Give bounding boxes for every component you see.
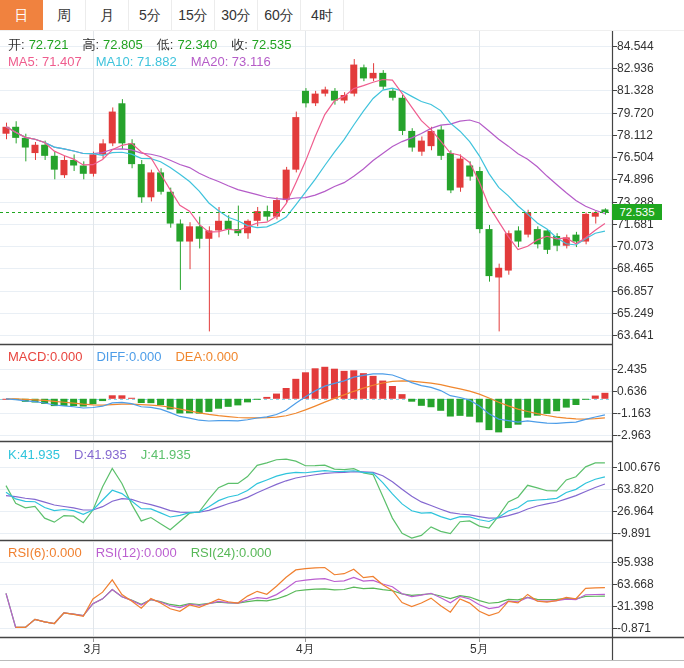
axis-label: 63.641 (617, 328, 683, 342)
low-label: 低: (157, 37, 174, 52)
axis-label: 26.964 (617, 504, 683, 518)
axis-label: 70.073 (617, 239, 683, 253)
ma5-value: MA5: 71.407 (8, 54, 82, 69)
axis-label: -1.163 (617, 406, 683, 420)
j-value: J:41.935 (141, 447, 191, 462)
x-axis-label: 3月 (84, 641, 103, 658)
macd-readout: MACD:0.000DIFF:0.000DEA:0.000 (8, 349, 242, 364)
axis-label: 66.857 (617, 284, 683, 298)
axis-label: 0.636 (617, 384, 683, 398)
tab-5min[interactable]: 5分 (129, 0, 172, 30)
tab-15min[interactable]: 15分 (172, 0, 215, 30)
ma-readout: MA5: 71.407MA10: 71.882MA20: 73.116 (8, 54, 275, 69)
kdj-readout: K:41.935D:41.935J:41.935 (8, 447, 195, 462)
axis-label: -9.891 (617, 526, 683, 540)
axis-label: 78.112 (617, 128, 683, 142)
ohlc-readout: 开:72.721高:72.805低:72.340收:72.535 (8, 36, 296, 54)
axis-label: 2.435 (617, 362, 683, 376)
axis-label: 95.938 (617, 555, 683, 569)
axis-label: 63.820 (617, 482, 683, 496)
rsi-readout: RSI(6):0.000RSI(12):0.000RSI(24):0.000 (8, 545, 276, 560)
axis-label: 65.249 (617, 306, 683, 320)
chart-canvas[interactable] (0, 0, 684, 668)
axis-label: 74.896 (617, 172, 683, 186)
close-value: 72.535 (252, 37, 292, 52)
dea-value: DEA:0.000 (175, 349, 238, 364)
axis-label: -0.871 (617, 621, 683, 635)
tab-month[interactable]: 月 (86, 0, 129, 30)
axis-label: 84.544 (617, 39, 683, 53)
open-value: 72.721 (29, 37, 69, 52)
rsi24-value: RSI(24):0.000 (191, 545, 272, 560)
axis-label: 79.720 (617, 106, 683, 120)
x-axis-label: 5月 (470, 641, 489, 658)
axis-label: -2.963 (617, 428, 683, 442)
close-label: 收: (231, 37, 248, 52)
axis-label: 63.668 (617, 577, 683, 591)
axis-label: 76.504 (617, 150, 683, 164)
open-label: 开: (8, 37, 25, 52)
high-label: 高: (82, 37, 99, 52)
stock-chart-app: 日周月5分15分30分60分4时 开:72.721高:72.805低:72.34… (0, 0, 684, 668)
tab-4hour[interactable]: 4时 (301, 0, 344, 30)
tab-60min[interactable]: 60分 (258, 0, 301, 30)
high-value: 72.805 (103, 37, 143, 52)
rsi12-value: RSI(12):0.000 (96, 545, 177, 560)
low-value: 72.340 (177, 37, 217, 52)
diff-value: DIFF:0.000 (96, 349, 161, 364)
period-tab-bar: 日周月5分15分30分60分4时 (0, 0, 684, 31)
axis-label: 82.936 (617, 61, 683, 75)
tab-30min[interactable]: 30分 (215, 0, 258, 30)
rsi6-value: RSI(6):0.000 (8, 545, 82, 560)
axis-label: 31.398 (617, 599, 683, 613)
ma10-value: MA10: 71.882 (96, 54, 177, 69)
axis-label: 68.465 (617, 261, 683, 275)
macd-value: MACD:0.000 (8, 349, 82, 364)
axis-label: 81.328 (617, 83, 683, 97)
k-value: K:41.935 (8, 447, 60, 462)
tab-week[interactable]: 周 (43, 0, 86, 30)
current-price-badge: 72.535 (612, 204, 662, 220)
axis-label: 100.676 (617, 460, 683, 474)
ma20-value: MA20: 73.116 (191, 54, 271, 69)
d-value: D:41.935 (74, 447, 127, 462)
x-axis-label: 4月 (296, 641, 315, 658)
tab-day[interactable]: 日 (0, 0, 43, 30)
